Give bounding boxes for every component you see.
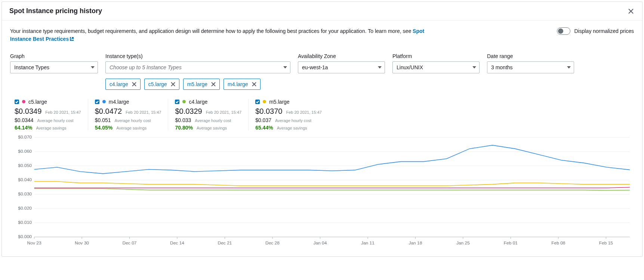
asof-time: Feb 20 2021, 15:47 — [206, 110, 241, 115]
instance-type-chip: m4.large — [224, 79, 260, 90]
series-name: m4.large — [109, 99, 129, 105]
toggle-label: Display normalized prices — [574, 28, 634, 34]
svg-text:Dec 21: Dec 21 — [218, 241, 232, 245]
svg-text:$0.020: $0.020 — [18, 206, 32, 210]
intro-row: Your instance type requirements, budget … — [10, 27, 634, 43]
instance-types-select[interactable]: Choose up to 5 Instance Types — [105, 61, 290, 73]
normalized-prices-toggle-wrap: Display normalized prices — [557, 27, 634, 35]
controls-row: Graph Instance Types Instance type(s) Ch… — [10, 53, 634, 90]
svg-text:Jan 18: Jan 18 — [409, 241, 422, 245]
avg-savings-label: Average savings — [36, 126, 66, 130]
modal-body: Your instance type requirements, budget … — [2, 21, 642, 256]
avg-savings: 54.05% — [95, 125, 113, 131]
platform-select[interactable]: Linux/UNIX — [392, 61, 480, 73]
series-line — [34, 187, 630, 188]
series-name: m5.large — [269, 99, 289, 105]
avg-savings-label: Average savings — [277, 126, 307, 130]
legend-card: m5.large$0.0370Feb 20 2021, 15:47$0.037A… — [249, 99, 329, 131]
control-instance-types: Instance type(s) Choose up to 5 Instance… — [105, 53, 290, 90]
modal-title: Spot Instance pricing history — [9, 7, 102, 15]
avg-savings: 70.80% — [175, 125, 192, 131]
avg-savings-label: Average savings — [116, 126, 147, 130]
series-color-dot — [22, 100, 25, 103]
series-line — [34, 145, 630, 174]
svg-text:Jan 04: Jan 04 — [313, 241, 327, 245]
avg-hourly-label: Average hourly cost — [275, 118, 311, 123]
instance-type-chip: m5.large — [183, 79, 220, 90]
legend-cards: c5.large$0.0349Feb 20 2021, 15:47$0.0344… — [10, 99, 634, 131]
caret-down-icon — [567, 64, 571, 70]
avg-savings-label: Average savings — [197, 126, 227, 130]
caret-down-icon — [378, 64, 382, 70]
instance-types-label: Instance type(s) — [105, 53, 290, 59]
graph-select[interactable]: Instance Types — [10, 61, 98, 73]
chip-remove-icon[interactable] — [252, 82, 256, 86]
close-button[interactable] — [627, 7, 635, 15]
svg-text:$0.040: $0.040 — [18, 177, 32, 182]
svg-text:Nov 23: Nov 23 — [27, 241, 41, 245]
control-platform: Platform Linux/UNIX — [392, 53, 480, 73]
date-range-value: 3 months — [491, 64, 513, 70]
control-date-range: Date range 3 months — [487, 53, 574, 73]
svg-text:$0.050: $0.050 — [18, 163, 32, 167]
legend-card: c4.large$0.0329Feb 20 2021, 15:47$0.033A… — [168, 99, 249, 131]
chip-label: m4.large — [228, 81, 248, 87]
chip-label: m5.large — [187, 81, 207, 87]
current-price: $0.0329 — [175, 107, 202, 116]
chip-remove-icon[interactable] — [171, 82, 175, 86]
instance-type-chip: c4.large — [105, 79, 141, 90]
legend-card: c5.large$0.0349Feb 20 2021, 15:47$0.0344… — [10, 99, 88, 131]
current-price: $0.0370 — [255, 107, 282, 116]
caret-down-icon — [283, 64, 287, 70]
svg-text:Dec 28: Dec 28 — [265, 241, 280, 245]
control-az: Availability Zone eu-west-1a — [298, 53, 385, 73]
series-checkbox[interactable] — [255, 100, 260, 104]
normalized-prices-toggle[interactable] — [557, 27, 570, 35]
chip-remove-icon[interactable] — [211, 82, 216, 86]
svg-text:Dec 07: Dec 07 — [123, 241, 137, 245]
intro-text-body: Your instance type requirements, budget … — [10, 28, 413, 34]
current-price: $0.0349 — [15, 107, 41, 116]
series-name: c4.large — [189, 99, 207, 105]
chip-label: c4.large — [110, 81, 128, 87]
svg-text:Dec 14: Dec 14 — [170, 241, 185, 245]
svg-text:Jan 11: Jan 11 — [361, 241, 375, 245]
pricing-history-modal: Spot Instance pricing history Your insta… — [1, 1, 643, 257]
az-select[interactable]: eu-west-1a — [298, 61, 385, 73]
series-line — [34, 189, 630, 191]
control-graph: Graph Instance Types — [10, 53, 98, 73]
series-checkbox[interactable] — [95, 100, 99, 104]
series-line — [34, 182, 630, 186]
graph-label: Graph — [10, 53, 98, 59]
graph-select-value: Instance Types — [14, 64, 49, 70]
date-range-select[interactable]: 3 months — [487, 61, 574, 73]
svg-text:Feb 08: Feb 08 — [551, 241, 565, 245]
toggle-knob — [558, 28, 563, 34]
az-label: Availability Zone — [298, 53, 385, 59]
caret-down-icon — [91, 64, 95, 70]
avg-hourly-cost: $0.051 — [95, 117, 111, 123]
legend-card: m4.large$0.0472Feb 20 2021, 15:47$0.051A… — [88, 99, 169, 131]
series-name: c5.large — [28, 99, 47, 105]
az-select-value: eu-west-1a — [302, 64, 328, 70]
svg-text:$0.030: $0.030 — [18, 192, 32, 196]
instance-types-placeholder: Choose up to 5 Instance Types — [110, 64, 182, 70]
svg-text:Nov 30: Nov 30 — [75, 241, 89, 245]
series-color-dot — [263, 100, 266, 103]
modal-header: Spot Instance pricing history — [2, 2, 642, 21]
chip-remove-icon[interactable] — [132, 82, 136, 86]
avg-hourly-label: Average hourly cost — [115, 118, 151, 123]
asof-time: Feb 20 2021, 15:47 — [286, 110, 321, 115]
asof-time: Feb 20 2021, 15:47 — [45, 110, 81, 115]
price-chart[interactable]: $0.000$0.010$0.020$0.030$0.040$0.050$0.0… — [14, 135, 634, 247]
intro-text: Your instance type requirements, budget … — [10, 27, 432, 43]
external-link-icon — [70, 36, 74, 43]
avg-hourly-cost: $0.033 — [175, 117, 191, 123]
chip-label: c5.large — [148, 81, 167, 87]
asof-time: Feb 20 2021, 15:47 — [126, 110, 161, 115]
series-checkbox[interactable] — [175, 100, 179, 104]
svg-text:Feb 15: Feb 15 — [599, 241, 613, 245]
series-checkbox[interactable] — [15, 100, 19, 104]
svg-text:Feb 01: Feb 01 — [504, 241, 518, 245]
svg-text:$0.010: $0.010 — [18, 220, 32, 224]
